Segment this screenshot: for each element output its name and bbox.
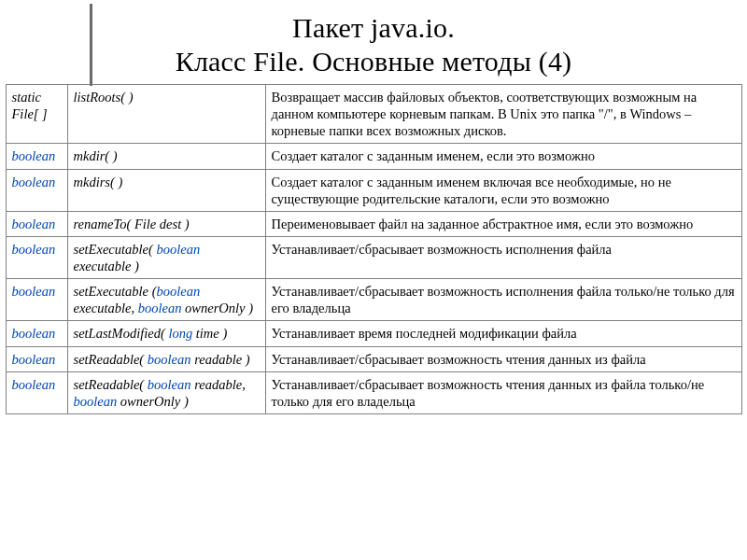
description-cell: Переименовывает файл на заданное абстрак… (265, 211, 741, 236)
signature-cell: mkdir( ) (67, 144, 265, 169)
return-type-cell: boolean (6, 236, 67, 278)
return-type-cell: boolean (6, 321, 67, 346)
return-type-cell: boolean (6, 279, 67, 321)
signature-cell: setLastModified( long time ) (67, 321, 265, 346)
table-row: booleansetReadable( boolean readable )Ус… (6, 346, 741, 371)
signature-cell: setReadable( boolean readable ) (67, 346, 265, 371)
signature-cell: setExecutable( boolean executable ) (67, 236, 265, 278)
return-type-cell: boolean (6, 211, 67, 236)
description-cell: Создает каталог с заданным именем включа… (265, 169, 741, 211)
return-type-cell: boolean (6, 169, 67, 211)
description-cell: Устанавливает/сбрасывает возможность чте… (265, 371, 741, 413)
description-cell: Устанавливает/сбрасывает возможность исп… (265, 279, 741, 321)
description-cell: Устанавливает/сбрасывает возможность чте… (265, 346, 741, 371)
table-row: booleansetReadable( boolean readable, bo… (6, 371, 741, 413)
table-row: booleansetExecutable( boolean executable… (6, 236, 741, 278)
table-row: booleanmkdir( )Создает каталог с заданны… (6, 144, 741, 169)
table-row: booleanmkdirs( )Создает каталог с заданн… (6, 169, 741, 211)
return-type-cell: boolean (6, 371, 67, 413)
signature-cell: setReadable( boolean readable, boolean o… (67, 371, 265, 413)
accent-bar (90, 4, 92, 86)
return-type-cell: staticFile[ ] (6, 85, 67, 144)
table-row: staticFile[ ]listRoots( )Возвращает масс… (6, 85, 741, 144)
table-row: booleansetExecutable (boolean executable… (6, 279, 741, 321)
description-cell: Создает каталог с заданным именем, если … (265, 144, 741, 169)
description-cell: Устанавливает время последней модификаци… (265, 321, 741, 346)
table-row: booleansetLastModified( long time )Устан… (6, 321, 741, 346)
signature-cell: renameTo( File dest ) (67, 211, 265, 236)
table-row: booleanrenameTo( File dest )Переименовыв… (6, 211, 741, 236)
slide-title-line1: Пакет java.io. (9, 11, 738, 45)
signature-cell: setExecutable (boolean executable, boole… (67, 279, 265, 321)
signature-cell: listRoots( ) (67, 85, 265, 144)
return-type-cell: boolean (6, 346, 67, 371)
description-cell: Возвращает массив файловых объектов, соо… (265, 85, 741, 144)
slide: Пакет java.io. Класс File. Основные мето… (0, 0, 747, 560)
signature-cell: mkdirs( ) (67, 169, 265, 211)
description-cell: Устанавливает/сбрасывает возможность исп… (265, 236, 741, 278)
methods-table: staticFile[ ]listRoots( )Возвращает масс… (6, 84, 742, 414)
title-block: Пакет java.io. Класс File. Основные мето… (9, 11, 738, 78)
slide-title-line2: Класс File. Основные методы (4) (9, 45, 738, 78)
return-type-cell: boolean (6, 144, 67, 169)
